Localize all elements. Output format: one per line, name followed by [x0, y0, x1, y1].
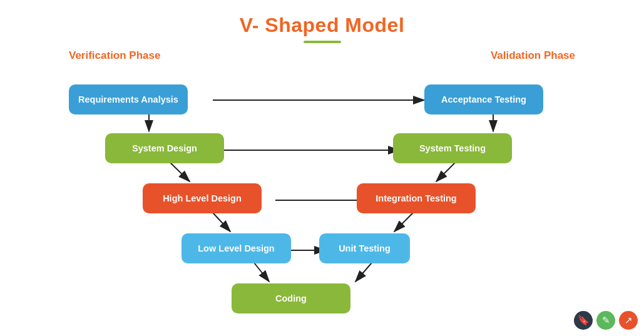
svg-line-12	[355, 263, 372, 282]
bookmark-icon-button[interactable]: 🔖	[574, 311, 593, 330]
low-level-design-node: Low Level Design	[181, 233, 291, 263]
page-title: V- Shaped Model	[0, 0, 644, 37]
requirements-analysis-node: Requirements Analysis	[69, 84, 188, 115]
svg-line-4	[170, 163, 190, 181]
svg-line-6	[436, 163, 455, 181]
system-testing-node: System Testing	[393, 133, 512, 163]
verification-phase-label: Verification Phase	[69, 49, 160, 62]
svg-line-7	[213, 213, 230, 232]
bottom-icons-bar: 🔖 ✎ ↗	[574, 311, 638, 330]
system-design-node: System Design	[105, 133, 224, 163]
high-level-design-node: High Level Design	[143, 183, 262, 213]
validation-phase-label: Validation Phase	[491, 49, 575, 62]
coding-node: Coding	[232, 283, 350, 313]
unit-testing-node: Unit Testing	[319, 233, 410, 263]
integration-testing-node: Integration Testing	[357, 183, 476, 213]
share-icon-button[interactable]: ↗	[619, 311, 638, 330]
edit-icon-button[interactable]: ✎	[596, 311, 615, 330]
svg-line-11	[254, 263, 269, 282]
svg-line-9	[394, 213, 413, 232]
acceptance-testing-node: Acceptance Testing	[424, 84, 543, 115]
